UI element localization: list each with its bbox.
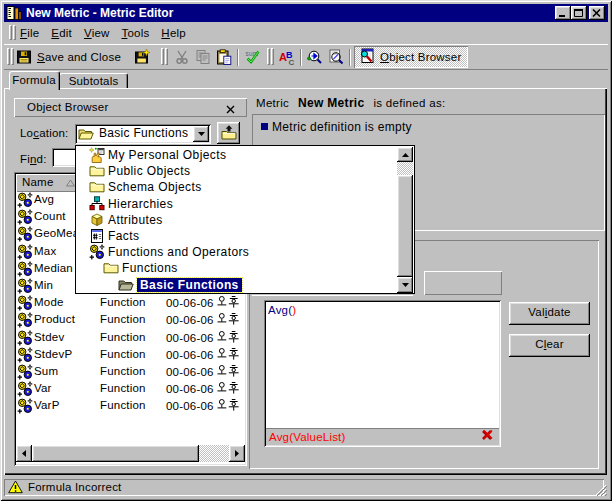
row-modified: 00-06-06 [166, 348, 239, 361]
save-and-close-button[interactable]: Save and Close [14, 46, 121, 68]
menu-file[interactable]: File [14, 25, 45, 41]
validate-button[interactable]: Validate [509, 302, 590, 325]
row-type: Function [100, 296, 146, 308]
row-name: Stdev [34, 331, 64, 343]
toolbar-grip[interactable] [271, 48, 274, 65]
function-icon [17, 209, 33, 225]
folder-closed-icon [89, 179, 105, 195]
tab-formula[interactable]: Formula [9, 71, 60, 90]
row-modified: 00-06-06 [166, 399, 239, 412]
folder-up-icon [221, 125, 237, 141]
location-value: Basic Functions [99, 124, 188, 143]
close-button[interactable] [589, 6, 605, 20]
menu-edit[interactable]: Edit [45, 25, 78, 41]
paste-button[interactable] [214, 46, 234, 68]
location-combobox[interactable]: Basic Functions [75, 124, 211, 144]
zoom-go-button[interactable] [305, 46, 325, 68]
bullet-icon [261, 123, 268, 130]
scroll-up-button[interactable] [397, 147, 413, 162]
scrollbar-thumb[interactable] [32, 445, 199, 462]
copy-button[interactable] [193, 46, 213, 68]
validate-toolbar-button[interactable]: sum [241, 46, 263, 68]
dropdown-item-label: Public Objects [108, 164, 190, 178]
list-row-sum[interactable]: SumFunction00-06-06 [16, 364, 245, 381]
list-row-stdev[interactable]: StdevFunction00-06-06 [16, 330, 245, 347]
clear-button[interactable]: Clear [509, 334, 590, 357]
validate-sum-icon: sum [244, 49, 260, 65]
dropdown-item-label: Functions [122, 261, 178, 275]
function-icon [17, 312, 33, 328]
resize-grip[interactable] [594, 483, 607, 496]
formula-edit-box[interactable]: Avg() Avg(ValueList) [264, 300, 501, 447]
toolbar-grip[interactable] [7, 48, 10, 65]
toolbar-grip[interactable] [165, 48, 168, 65]
arrow-up-icon [402, 153, 409, 157]
dropdown-item-functions-and-operators[interactable]: Functions and Operators [76, 244, 398, 261]
list-row-varp[interactable]: VarPFunction00-06-06 [16, 398, 245, 415]
save-as-icon [134, 49, 150, 65]
object-browser-toggle-button[interactable]: Object Browser [354, 46, 468, 68]
menu-help[interactable]: Help [155, 25, 191, 41]
toolbar-grip[interactable] [267, 48, 270, 65]
row-name: Avg [34, 193, 54, 205]
function-icon [17, 347, 33, 363]
scroll-left-button[interactable] [16, 445, 32, 462]
toolbar: Save and Close sum ABC [4, 44, 608, 70]
cut-button[interactable] [172, 46, 192, 68]
list-row-mode[interactable]: ModeFunction00-06-06 [16, 295, 245, 312]
dropdown-scrollbar-thumb[interactable] [397, 175, 413, 277]
definition-empty-message: Metric definition is empty [272, 120, 412, 134]
row-type: Function [100, 331, 146, 343]
dropdown-item-attributes[interactable]: Attributes [76, 212, 398, 229]
row-name: StdevP [34, 348, 72, 360]
dropdown-item-basic-functions[interactable]: Basic Functions [76, 277, 398, 294]
menu-view[interactable]: View [78, 25, 116, 41]
mnemonic-underline: c [33, 127, 39, 139]
toolbar-separator [237, 49, 239, 66]
dropdown-item-hierarchies[interactable]: Hierarchies [76, 196, 398, 213]
list-row-var[interactable]: VarFunction00-06-06 [16, 381, 245, 398]
scrollbar-track[interactable] [397, 162, 413, 175]
dropdown-item-facts[interactable]: Facts [76, 228, 398, 245]
dropdown-item-schema-objects[interactable]: Schema Objects [76, 179, 398, 196]
dropdown-item-label: Functions and Operators [108, 245, 249, 259]
formula-text: Avg() [268, 304, 296, 316]
row-modified: 00-06-06 [166, 365, 239, 378]
menubar-grip[interactable] [9, 25, 12, 40]
location-dropdown-button[interactable] [193, 126, 209, 142]
zoom-page-button[interactable] [326, 46, 346, 68]
save-as-button[interactable] [132, 46, 152, 68]
object-browser-pane-header: Object Browser [14, 98, 247, 117]
minimize-button[interactable] [555, 6, 571, 20]
validate-button-label: Validate [528, 306, 570, 318]
attribute-cube-icon [89, 212, 105, 228]
minimize-icon [555, 6, 571, 20]
scroll-down-button[interactable] [397, 277, 413, 293]
menu-tools[interactable]: Tools [116, 25, 156, 41]
metric-name: New Metric [298, 96, 364, 110]
scroll-right-button[interactable] [229, 445, 245, 462]
maximize-button[interactable] [571, 6, 587, 20]
tab-subtotals[interactable]: Subtotals [59, 73, 128, 88]
function-icon [17, 364, 33, 380]
formula-tool-button[interactable] [424, 271, 502, 295]
row-modified: 00-06-06 [166, 313, 239, 326]
horizontal-scrollbar[interactable] [16, 445, 245, 462]
folder-closed-icon [103, 260, 119, 276]
row-type: Function [100, 399, 146, 411]
pane-close-button[interactable] [225, 102, 236, 113]
mnemonic-underline: l [544, 338, 547, 350]
formula-hint-bar: Avg(ValueList) [266, 428, 499, 445]
list-row-stdevp[interactable]: StdevPFunction00-06-06 [16, 347, 245, 364]
dropdown-item-label: Attributes [108, 213, 163, 227]
list-row-product[interactable]: ProductFunction00-06-06 [16, 312, 245, 329]
toolbar-separator [300, 49, 302, 66]
dropdown-scrollbar[interactable] [397, 147, 413, 293]
dropdown-item-functions[interactable]: Functions [76, 260, 398, 277]
spelling-button[interactable]: ABC [277, 46, 297, 68]
mnemonic-underline: T [122, 27, 128, 39]
dropdown-item-my-personal-objects[interactable]: My Personal Objects [76, 147, 398, 164]
dropdown-item-public-objects[interactable]: Public Objects [76, 163, 398, 180]
toolbar-grip[interactable] [161, 48, 164, 65]
up-one-level-button[interactable] [217, 122, 240, 144]
